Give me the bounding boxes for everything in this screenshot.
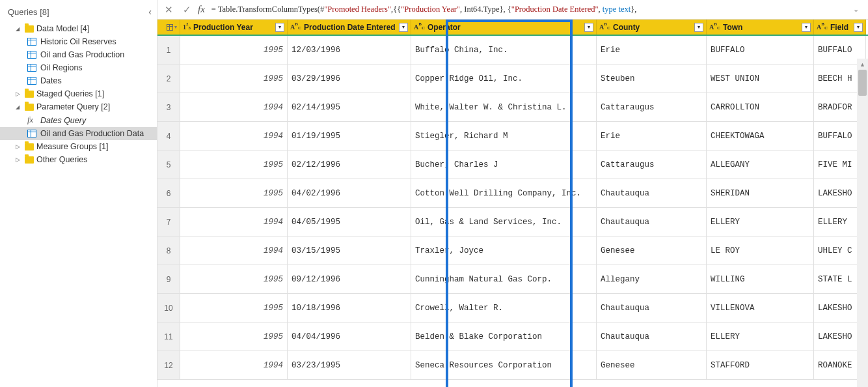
table-row[interactable]: 11199504/04/1996Belden & Blake Corporati…	[157, 322, 868, 351]
table-row[interactable]: 3199402/14/1995White, Walter W. & Christ…	[157, 93, 868, 122]
cell-year[interactable]: 1995	[180, 36, 288, 64]
cell-date[interactable]: 03/23/1995	[288, 351, 411, 379]
column-filter-icon[interactable]: ▾	[399, 23, 408, 32]
query-item-oil-regions[interactable]: Oil Regions	[0, 61, 157, 74]
folder-measure-groups-1-[interactable]: ▷Measure Groups [1]	[0, 140, 157, 153]
cell-op[interactable]: Bucher, Charles J	[411, 150, 597, 179]
cell-county[interactable]: Steuben	[597, 64, 707, 93]
row-number[interactable]: 11	[157, 322, 180, 351]
formula-input[interactable]: = Table.TransformColumnTypes(#"Promoted …	[209, 5, 844, 14]
scroll-up-icon[interactable]: ▲	[857, 59, 868, 70]
cell-op[interactable]: White, Walter W. & Christina L.	[411, 93, 597, 121]
cell-date[interactable]: 01/19/1995	[288, 122, 411, 150]
cell-year[interactable]: 1995	[180, 294, 288, 322]
column-filter-icon[interactable]: ▾	[275, 23, 284, 32]
cell-year[interactable]: 1995	[180, 265, 288, 293]
column-header-field[interactable]: ABCField▾	[814, 20, 866, 35]
row-number[interactable]: 3	[157, 93, 180, 121]
cell-town[interactable]: WILLING	[707, 265, 814, 293]
folder-other-queries[interactable]: ▷Other Queries	[0, 153, 157, 166]
cell-year[interactable]: 1994	[180, 93, 288, 121]
cell-op[interactable]: Buffalo China, Inc.	[411, 36, 597, 64]
cell-town[interactable]: ELLERY	[707, 208, 814, 236]
cell-county[interactable]: Genesee	[597, 351, 707, 379]
cell-date[interactable]: 02/12/1996	[288, 150, 411, 179]
column-filter-icon[interactable]: ▾	[854, 23, 863, 32]
cell-op[interactable]: Seneca Resources Corporation	[411, 351, 597, 379]
cell-op[interactable]: Oil, Gas & Land Services, Inc.	[411, 208, 597, 236]
row-number[interactable]: 1	[157, 36, 180, 64]
column-header-town[interactable]: ABCTown▾	[707, 20, 814, 35]
cell-year[interactable]: 1995	[180, 64, 288, 93]
cell-county[interactable]: Allegany	[597, 265, 707, 293]
scrollbar-thumb[interactable]	[858, 70, 867, 96]
folder-parameter-query-2-[interactable]: ◢Parameter Query [2]	[0, 100, 157, 113]
cell-town[interactable]: LE ROY	[707, 236, 814, 265]
cell-town[interactable]: STAFFORD	[707, 351, 814, 379]
row-number[interactable]: 9	[157, 265, 180, 293]
cell-date[interactable]: 02/14/1995	[288, 93, 411, 121]
cell-op[interactable]: Traxler, Joyce	[411, 236, 597, 265]
table-row[interactable]: 12199403/23/1995Seneca Resources Corpora…	[157, 351, 868, 380]
cell-year[interactable]: 1994	[180, 236, 288, 265]
cell-town[interactable]: CARROLLTON	[707, 93, 814, 121]
cell-town[interactable]: VILLENOVA	[707, 294, 814, 322]
table-row[interactable]: 5199502/12/1996Bucher, Charles JCattarau…	[157, 150, 868, 179]
table-row[interactable]: 6199504/02/1996Cotton Well Drilling Comp…	[157, 179, 868, 208]
cell-town[interactable]: ELLERY	[707, 322, 814, 351]
cell-date[interactable]: 04/02/1996	[288, 179, 411, 207]
row-number[interactable]: 5	[157, 150, 180, 179]
row-number[interactable]: 8	[157, 236, 180, 265]
cell-year[interactable]: 1995	[180, 322, 288, 351]
query-item-historic-oil-reserves[interactable]: Historic Oil Reserves	[0, 35, 157, 48]
cell-date[interactable]: 04/04/1996	[288, 322, 411, 351]
cell-op[interactable]: Cotton Well Drilling Company, Inc.	[411, 179, 597, 207]
cell-county[interactable]: Chautauqua	[597, 322, 707, 351]
cell-town[interactable]: CHEEKTOWAGA	[707, 122, 814, 150]
rownum-header[interactable]: ▾	[157, 20, 180, 35]
cell-town[interactable]: BUFFALO	[707, 36, 814, 64]
table-row[interactable]: 4199401/19/1995Stiegler, Richard MErieCH…	[157, 122, 868, 150]
cell-op[interactable]: Copper Ridge Oil, Inc.	[411, 64, 597, 93]
cell-year[interactable]: 1994	[180, 122, 288, 150]
column-filter-icon[interactable]: ▾	[584, 23, 593, 32]
cell-town[interactable]: WEST UNION	[707, 64, 814, 93]
table-row[interactable]: 9199509/12/1996Cunningham Natural Gas Co…	[157, 265, 868, 294]
cell-date[interactable]: 03/29/1996	[288, 64, 411, 93]
cell-op[interactable]: Belden & Blake Corporation	[411, 322, 597, 351]
row-number[interactable]: 6	[157, 179, 180, 207]
cell-county[interactable]: Chautauqua	[597, 294, 707, 322]
expand-formula-icon[interactable]: ⌄	[848, 5, 864, 14]
cell-op[interactable]: Crowell, Walter R.	[411, 294, 597, 322]
column-header-date[interactable]: ABCProduction Date Entered▾	[288, 20, 411, 35]
cell-county[interactable]: Erie	[597, 122, 707, 150]
cell-year[interactable]: 1994	[180, 208, 288, 236]
cell-county[interactable]: Chautauqua	[597, 179, 707, 207]
cell-date[interactable]: 10/18/1996	[288, 294, 411, 322]
vertical-scrollbar[interactable]: ▲	[857, 59, 868, 387]
folder-staged-queries-1-[interactable]: ▷Staged Queries [1]	[0, 87, 157, 100]
cell-op[interactable]: Stiegler, Richard M	[411, 122, 597, 150]
folder-data-model-4-[interactable]: ◢Data Model [4]	[0, 22, 157, 35]
row-number[interactable]: 10	[157, 294, 180, 322]
cell-county[interactable]: Genesee	[597, 236, 707, 265]
collapse-panel-icon[interactable]: ‹	[148, 7, 152, 17]
cell-county[interactable]: Chautauqua	[597, 208, 707, 236]
row-number[interactable]: 2	[157, 64, 180, 93]
query-item-dates[interactable]: Dates	[0, 74, 157, 87]
cell-year[interactable]: 1994	[180, 351, 288, 379]
commit-formula-icon[interactable]: ✓	[180, 4, 194, 16]
query-item-oil-and-gas-production[interactable]: Oil and Gas Production	[0, 48, 157, 61]
column-header-year[interactable]: 123Production Year▾	[180, 20, 288, 35]
cell-op[interactable]: Cunningham Natural Gas Corp.	[411, 265, 597, 293]
cell-year[interactable]: 1995	[180, 179, 288, 207]
table-row[interactable]: 8199403/15/1995Traxler, JoyceGeneseeLE R…	[157, 236, 868, 265]
cell-county[interactable]: Cattaraugus	[597, 150, 707, 179]
cell-date[interactable]: 09/12/1996	[288, 265, 411, 293]
cell-county[interactable]: Cattaraugus	[597, 93, 707, 121]
table-row[interactable]: 7199404/05/1995Oil, Gas & Land Services,…	[157, 208, 868, 236]
query-item-dates-query[interactable]: fxDates Query	[0, 113, 157, 127]
row-number[interactable]: 12	[157, 351, 180, 379]
cell-year[interactable]: 1995	[180, 150, 288, 179]
cell-county[interactable]: Erie	[597, 36, 707, 64]
